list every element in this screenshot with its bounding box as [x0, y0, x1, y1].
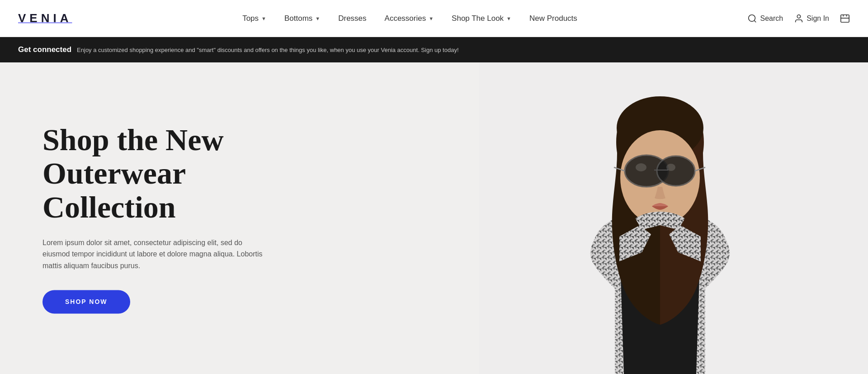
hero-content: Shop the New Outerwear Collection Lorem … [42, 123, 314, 313]
svg-point-2 [797, 14, 801, 18]
chevron-down-icon: ▼ [315, 16, 320, 21]
nav-item-dresses[interactable]: Dresses [331, 10, 373, 27]
nav-item-tops[interactable]: Tops ▼ [235, 10, 274, 27]
hero-description: Lorem ipsum dolor sit amet, consectetur … [42, 237, 269, 272]
cart-button[interactable] [840, 14, 850, 24]
search-icon [747, 14, 757, 24]
main-nav: Tops ▼ Bottoms ▼ Dresses Accessories ▼ S… [235, 10, 585, 27]
chevron-down-icon: ▼ [429, 16, 434, 21]
header-actions: Search Sign In [747, 14, 850, 24]
hero-title: Shop the New Outerwear Collection [42, 123, 314, 224]
nav-item-new-products[interactable]: New Products [522, 10, 585, 27]
search-button[interactable]: Search [747, 14, 783, 24]
chevron-down-icon: ▼ [506, 16, 511, 21]
chevron-down-icon: ▼ [261, 16, 266, 21]
logo[interactable]: VENIA [18, 11, 72, 25]
svg-point-18 [636, 163, 646, 171]
model-illustration [479, 62, 868, 374]
hero-section: Shop the New Outerwear Collection Lorem … [0, 62, 868, 374]
svg-point-15 [657, 156, 695, 186]
sign-in-button[interactable]: Sign In [794, 14, 829, 24]
svg-line-1 [755, 20, 756, 22]
promo-banner: Get connected Enjoy a customized shoppin… [0, 37, 868, 62]
user-icon [794, 14, 804, 24]
shop-now-button[interactable]: SHOP NOW [42, 290, 130, 313]
nav-item-accessories[interactable]: Accessories ▼ [377, 10, 441, 27]
nav-item-bottoms[interactable]: Bottoms ▼ [277, 10, 327, 27]
banner-title: Get connected [18, 45, 71, 54]
svg-point-19 [666, 164, 675, 171]
cart-icon [840, 14, 850, 24]
svg-point-0 [749, 14, 755, 21]
nav-item-shop-the-look[interactable]: Shop The Look ▼ [444, 10, 519, 27]
banner-description: Enjoy a customized shopping experience a… [77, 47, 458, 53]
header: VENIA Tops ▼ Bottoms ▼ Dresses Accessori… [0, 0, 868, 37]
svg-rect-3 [841, 14, 849, 22]
hero-model-image [479, 62, 868, 374]
